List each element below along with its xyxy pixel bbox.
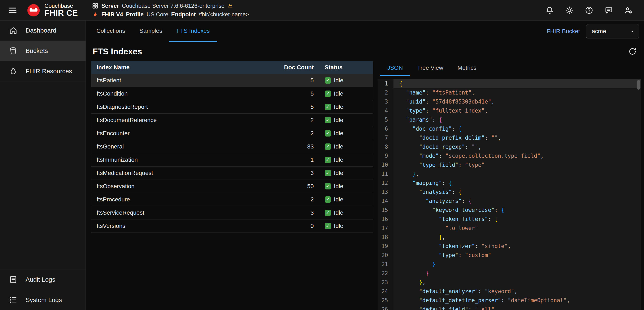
index-row-ftsServiceRequest[interactable]: ftsServiceRequest3✓Idle: [91, 206, 373, 219]
bucket-select[interactable]: acme: [586, 24, 639, 38]
sidebar-item-system-logs[interactable]: System Logs: [0, 290, 86, 310]
code-text: "docid_regexp": "",: [394, 142, 641, 151]
doc-count-cell: 3: [278, 167, 319, 180]
index-name-cell: ftsObservation: [91, 180, 278, 193]
code-line: 3 "uuid": "57d48f85303db41e",: [378, 97, 641, 106]
status-label: Idle: [334, 196, 344, 203]
sidebar-item-label: Audit Logs: [26, 276, 55, 283]
index-row-ftsObservation[interactable]: ftsObservation50✓Idle: [91, 180, 373, 193]
index-row-ftsVersions[interactable]: ftsVersions0✓Idle: [91, 219, 373, 233]
menu-button[interactable]: [6, 4, 19, 17]
column-header-doc-count: Doc Count: [278, 61, 319, 74]
detail-tab-tree-view[interactable]: Tree View: [410, 61, 450, 76]
fhir-bucket-label: FHIR Bucket: [546, 28, 580, 35]
code-text: "type_field": "type": [394, 161, 641, 170]
line-number: 11: [378, 170, 394, 179]
server-info: ServerCouchbase Server 7.6.6-6126-enterp…: [92, 3, 249, 18]
sidebar-item-dashboard[interactable]: Dashboard: [0, 20, 86, 41]
line-number: 12: [378, 179, 394, 188]
index-row-ftsImmunization[interactable]: ftsImmunization1✓Idle: [91, 153, 373, 167]
tab-samples[interactable]: Samples: [132, 20, 170, 42]
info-segment: Couchbase Server 7.6.6-6126-enterprise: [122, 3, 224, 9]
sidebar-item-label: FHIR Resources: [26, 68, 72, 75]
status-cell: ✓Idle: [319, 219, 373, 233]
code-line: 8 "docid_regexp": "",: [378, 142, 641, 151]
status-label: Idle: [334, 104, 344, 110]
status-cell: ✓Idle: [319, 100, 373, 114]
index-row-ftsCondition[interactable]: ftsCondition5✓Idle: [91, 87, 373, 100]
chat-icon: [604, 6, 613, 15]
status-cell: ✓Idle: [319, 74, 373, 87]
json-code-viewer[interactable]: 1{2 "name": "ftsPatient",3 "uuid": "57d4…: [378, 79, 641, 310]
panels: Index NameDoc CountStatus ftsPatient5✓Id…: [89, 61, 641, 310]
status-label: Idle: [334, 223, 344, 229]
grid-icon: [92, 3, 98, 9]
notifications-button[interactable]: [545, 5, 555, 15]
status-cell: ✓Idle: [319, 87, 373, 100]
index-row-ftsMedicationRequest[interactable]: ftsMedicationRequest3✓Idle: [91, 167, 373, 180]
index-name-cell: ftsGeneral: [91, 140, 278, 153]
table-body: ftsPatient5✓IdleftsCondition5✓IdleftsDia…: [91, 74, 373, 233]
index-name-cell: ftsPatient: [91, 74, 278, 87]
line-number: 24: [378, 287, 394, 296]
bucket-tabs: CollectionsSamplesFTS Indexes: [89, 20, 217, 42]
caret-down-icon: [629, 28, 636, 35]
brand-name: Couchbase: [44, 3, 78, 9]
sidebar-item-audit-logs[interactable]: Audit Logs: [0, 269, 86, 290]
info-segment: /fhir/<bucket-name>: [199, 11, 249, 18]
detail-tab-json[interactable]: JSON: [380, 61, 410, 76]
help-icon: [585, 6, 594, 15]
index-row-ftsEncounter[interactable]: ftsEncounter2✓Idle: [91, 127, 373, 140]
index-name-cell: ftsEncounter: [91, 127, 278, 140]
theme-toggle-button[interactable]: [564, 5, 574, 15]
flame-icon: [92, 11, 98, 18]
feedback-button[interactable]: [604, 5, 614, 15]
index-row-ftsPatient[interactable]: ftsPatient5✓Idle: [91, 74, 373, 87]
status-cell: ✓Idle: [319, 127, 373, 140]
code-text: "token_filters": [: [394, 215, 641, 224]
status-cell: ✓Idle: [319, 153, 373, 167]
status-check-icon: ✓: [325, 77, 331, 84]
code-text: },: [394, 170, 641, 179]
code-text: "name": "ftsPatient",: [394, 88, 641, 97]
code-scrollbar[interactable]: [636, 79, 641, 310]
line-number: 9: [378, 151, 394, 161]
tab-fts-indexes[interactable]: FTS Indexes: [170, 20, 217, 42]
column-header-status: Status: [319, 61, 373, 74]
status-label: Idle: [334, 130, 344, 137]
code-text: "default_analyzer": "keyword",: [394, 287, 641, 296]
status-cell: ✓Idle: [319, 206, 373, 219]
index-name-cell: ftsMedicationRequest: [91, 167, 278, 180]
help-button[interactable]: [584, 5, 594, 15]
line-number: 4: [378, 106, 394, 115]
doc-count-cell: 2: [278, 127, 319, 140]
index-name-cell: ftsCondition: [91, 87, 278, 100]
couchbase-logo: [27, 4, 40, 17]
tab-collections[interactable]: Collections: [89, 20, 132, 42]
sidebar-item-fhir-resources[interactable]: FHIR Resources: [0, 61, 86, 81]
main-area: CollectionsSamplesFTS Indexes FHIR Bucke…: [86, 20, 644, 310]
index-row-ftsDocumentReference[interactable]: ftsDocumentReference2✓Idle: [91, 114, 373, 127]
sidebar-item-buckets[interactable]: Buckets: [0, 41, 86, 61]
code-line: 10 "type_field": "type": [378, 161, 641, 170]
status-label: Idle: [334, 90, 344, 97]
brand-product: FHIR CE: [44, 9, 78, 18]
syslog-icon: [9, 295, 18, 304]
line-number: 13: [378, 188, 394, 197]
admin-button[interactable]: [624, 5, 634, 15]
index-row-ftsDiagnosticReport[interactable]: ftsDiagnosticReport5✓Idle: [91, 100, 373, 114]
code-line: 15 "keyword_lowercase": {: [378, 206, 641, 215]
scrollbar-thumb[interactable]: [637, 80, 640, 90]
index-row-ftsGeneral[interactable]: ftsGeneral33✓Idle: [91, 140, 373, 153]
app-header: Couchbase FHIR CE ServerCouchbase Server…: [0, 0, 644, 20]
bucket-tabbar: CollectionsSamplesFTS Indexes FHIR Bucke…: [86, 20, 644, 42]
info-segment: Server: [102, 3, 119, 9]
index-name-cell: ftsProcedure: [91, 193, 278, 206]
line-number: 21: [378, 260, 394, 269]
status-check-icon: ✓: [325, 117, 331, 123]
detail-tab-metrics[interactable]: Metrics: [450, 61, 484, 76]
index-row-ftsProcedure[interactable]: ftsProcedure2✓Idle: [91, 193, 373, 206]
doc-count-cell: 0: [278, 219, 319, 233]
code-line: 26 "default_field": "_all": [378, 305, 641, 310]
refresh-button[interactable]: [627, 46, 638, 57]
